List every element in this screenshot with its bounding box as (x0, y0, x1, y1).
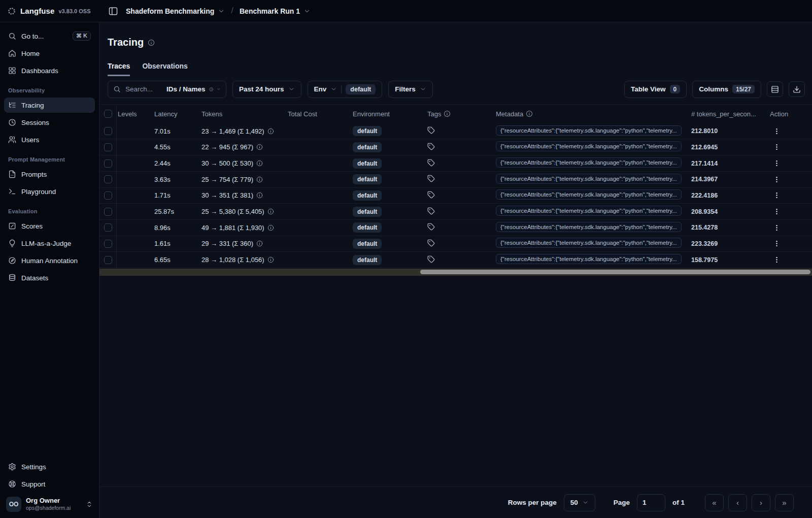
kebab-menu-icon[interactable] (773, 127, 781, 135)
table-row[interactable]: 2.44s30 → 500 (Σ 530)default{"resourceAt… (99, 155, 812, 172)
info-icon[interactable] (256, 176, 263, 183)
sidebar-item-playground[interactable]: Playground (4, 184, 95, 199)
sidebar-item-human-annotation[interactable]: Human Annotation (4, 253, 95, 268)
tag-icon[interactable] (427, 223, 435, 231)
info-icon[interactable] (267, 208, 274, 215)
sidebar-item-users[interactable]: Users (4, 132, 95, 147)
metadata-pill[interactable]: {"resourceAttributes":{"telemetry.sdk.la… (496, 157, 682, 168)
account-switcher[interactable]: OO Org Owner ops@shadeform.ai (4, 494, 95, 513)
metadata-pill[interactable]: {"resourceAttributes":{"telemetry.sdk.la… (496, 206, 682, 216)
metadata-pill[interactable]: {"resourceAttributes":{"telemetry.sdk.la… (496, 254, 682, 264)
info-icon[interactable] (256, 160, 263, 167)
page-number-input[interactable] (637, 494, 665, 511)
columns-button[interactable]: Columns 15/27 (692, 81, 761, 98)
sidebar-toggle-button[interactable] (107, 5, 120, 18)
sidebar-item-datasets[interactable]: Datasets (4, 270, 95, 285)
filters-button[interactable]: Filters (388, 81, 433, 98)
table-view-button[interactable]: Table View 0 (624, 81, 687, 98)
col-tokens[interactable]: Tokens (200, 110, 287, 118)
tag-icon[interactable] (427, 191, 435, 199)
row-checkbox[interactable] (104, 127, 112, 135)
tag-icon[interactable] (427, 143, 435, 150)
row-checkbox[interactable] (104, 256, 112, 264)
row-checkbox[interactable] (104, 223, 112, 232)
sidebar-item-dashboards[interactable]: Dashboards (4, 63, 95, 78)
info-icon[interactable] (267, 224, 274, 231)
metadata-pill[interactable]: {"resourceAttributes":{"telemetry.sdk.la… (496, 141, 682, 151)
table-row[interactable]: 25.87s25 → 5,380 (Σ 5,405)default{"resou… (99, 204, 812, 220)
col-total-cost[interactable]: Total Cost (287, 110, 352, 118)
row-checkbox[interactable] (104, 175, 112, 183)
tag-icon[interactable] (427, 207, 435, 215)
table-row[interactable]: 6.65s28 → 1,028 (Σ 1,056)default{"resour… (99, 252, 812, 268)
info-icon[interactable] (256, 144, 263, 150)
sidebar-item-support[interactable]: Support (4, 476, 95, 492)
project-switcher[interactable]: Benchmark Run 1 (240, 7, 311, 15)
row-checkbox[interactable] (104, 159, 112, 168)
col-metadata[interactable]: Metadata (495, 110, 690, 118)
col-levels[interactable]: Levels (117, 110, 152, 118)
col-tags[interactable]: Tags (426, 110, 495, 118)
col-environment[interactable]: Environment (352, 110, 426, 118)
metadata-pill[interactable]: {"resourceAttributes":{"telemetry.sdk.la… (496, 189, 682, 200)
search-combo[interactable]: IDs / Names (108, 81, 226, 98)
row-checkbox[interactable] (104, 208, 112, 216)
sidebar-item-scores[interactable]: Scores (4, 218, 95, 234)
table-row[interactable]: 7.01s23 → 1,469 (Σ 1,492)default{"resour… (99, 123, 812, 140)
horizontal-scrollbar-thumb[interactable] (420, 270, 810, 274)
environment-filter[interactable]: Env default (308, 81, 383, 98)
table-row[interactable]: 1.61s29 → 331 (Σ 360)default{"resourceAt… (99, 236, 812, 252)
kebab-menu-icon[interactable] (773, 191, 781, 199)
kebab-menu-icon[interactable] (773, 159, 781, 167)
kebab-menu-icon[interactable] (773, 143, 781, 151)
time-range-filter[interactable]: Past 24 hours (232, 81, 301, 98)
tag-icon[interactable] (427, 175, 435, 182)
kebab-menu-icon[interactable] (773, 176, 781, 183)
kebab-menu-icon[interactable] (773, 224, 781, 232)
kebab-menu-icon[interactable] (773, 256, 781, 264)
table-row[interactable]: 3.63s25 → 754 (Σ 779)default{"resourceAt… (99, 172, 812, 188)
tag-icon[interactable] (427, 239, 435, 247)
row-checkbox[interactable] (104, 191, 112, 200)
tag-icon[interactable] (427, 159, 435, 167)
kebab-menu-icon[interactable] (773, 240, 781, 247)
sidebar-item-home[interactable]: Home (4, 46, 95, 61)
metadata-pill[interactable]: {"resourceAttributes":{"telemetry.sdk.la… (496, 238, 682, 248)
tag-icon[interactable] (427, 255, 435, 263)
last-page-button[interactable]: » (775, 494, 794, 511)
table-row[interactable]: 8.96s49 → 1,881 (Σ 1,930)default{"resour… (99, 220, 812, 236)
row-checkbox[interactable] (104, 240, 112, 248)
prev-page-button[interactable]: ‹ (728, 494, 747, 511)
metadata-pill[interactable]: {"resourceAttributes":{"telemetry.sdk.la… (496, 174, 682, 184)
org-switcher[interactable]: Shadeform Benchmarking (126, 7, 225, 15)
tab-observations[interactable]: Observations (142, 62, 187, 76)
sidebar-item-settings[interactable]: Settings (4, 459, 95, 474)
rows-per-page-select[interactable]: 50 (564, 494, 595, 511)
sidebar-item-llm-as-a-judge[interactable]: LLM-as-a-Judge (4, 236, 95, 251)
metadata-pill[interactable]: {"resourceAttributes":{"telemetry.sdk.la… (496, 222, 682, 232)
table-row[interactable]: 1.71s30 → 351 (Σ 381)default{"resourceAt… (99, 188, 812, 204)
table-row[interactable]: 4.55s22 → 945 (Σ 967)default{"resourceAt… (99, 139, 812, 155)
next-page-button[interactable]: › (752, 494, 770, 511)
sidebar-item-prompts[interactable]: Prompts (4, 167, 95, 182)
sidebar-item-tracing[interactable]: Tracing (4, 98, 95, 113)
tab-traces[interactable]: Traces (108, 62, 130, 76)
sidebar-item-sessions[interactable]: Sessions (4, 115, 95, 130)
info-icon[interactable] (256, 192, 263, 199)
metadata-pill[interactable]: {"resourceAttributes":{"telemetry.sdk.la… (496, 125, 682, 136)
search-input[interactable] (124, 85, 163, 93)
col-latency[interactable]: Latency (152, 110, 200, 118)
info-icon[interactable] (256, 240, 263, 247)
row-checkbox[interactable] (104, 143, 112, 151)
info-icon[interactable] (267, 256, 274, 263)
row-height-button[interactable] (767, 81, 783, 97)
horizontal-scrollbar[interactable] (99, 269, 812, 276)
info-icon[interactable] (267, 128, 274, 135)
sidebar-item-goto[interactable]: Go to... ⌘ K (4, 28, 95, 44)
select-all-checkbox[interactable] (104, 110, 112, 118)
first-page-button[interactable]: « (705, 494, 724, 511)
col-tokens-per-second[interactable]: # tokens_per_secon... (690, 110, 769, 118)
info-icon[interactable] (148, 39, 155, 46)
kebab-menu-icon[interactable] (773, 208, 781, 215)
tag-icon[interactable] (427, 126, 435, 134)
